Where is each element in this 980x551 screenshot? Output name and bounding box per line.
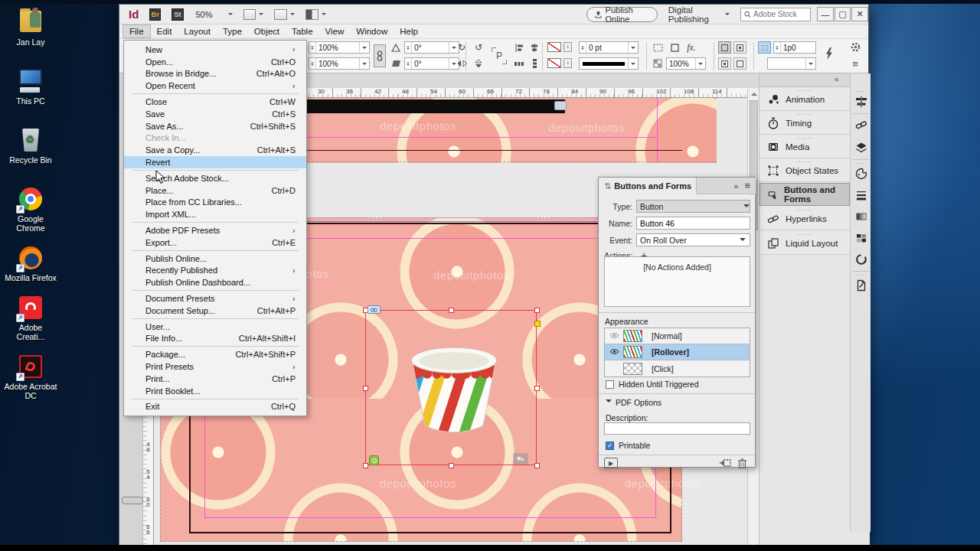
menu-type[interactable]: Type (217, 25, 248, 37)
menu-item-open-recent[interactable]: Open Recent› (124, 80, 306, 92)
collapse-group-icon[interactable]: » (734, 181, 739, 191)
maximize-button[interactable]: ▢ (835, 7, 851, 21)
selection-handle[interactable] (449, 308, 454, 313)
state-rollover-row[interactable]: [Rollover] (605, 344, 750, 360)
corner-options-handle[interactable] (534, 321, 541, 327)
menu-item-save-a-copy[interactable]: Save a Copy...Ctrl+Alt+S (124, 144, 306, 156)
fitting-gap-field[interactable]: 1p0 (773, 41, 816, 54)
frame-fitting-icon[interactable]: ⬚ (758, 41, 771, 54)
menu-item-file-info[interactable]: File Info...Ctrl+Alt+Shift+I (124, 333, 306, 345)
corner-options-icon[interactable] (651, 41, 665, 54)
fill-expand-button[interactable]: › (564, 42, 572, 52)
hidden-until-triggered-row[interactable]: Hidden Until Triggered (606, 380, 698, 389)
menu-item-document-setup[interactable]: Document Setup...Ctrl+Alt+P (124, 305, 306, 317)
desktop-icon-google-chrome[interactable]: Google Chrome (4, 186, 57, 233)
desktop-icon-adobe-acrobat[interactable]: Adobe Acrobat DC (4, 354, 57, 400)
pdf-options-toggle[interactable]: PDF Options (606, 398, 662, 407)
dock-panel-media[interactable]: Media (760, 135, 850, 158)
minimize-button[interactable]: — (817, 7, 834, 21)
menu-item-revert[interactable]: Revert (124, 156, 306, 168)
selection-handle[interactable] (363, 463, 368, 468)
selection-handle[interactable] (534, 308, 540, 313)
convert-to-object-button[interactable] (718, 458, 732, 468)
striped-cup-image[interactable] (394, 329, 514, 441)
menu-edit[interactable]: Edit (151, 25, 178, 37)
menu-item-user[interactable]: User... (124, 321, 306, 333)
link-badge-icon[interactable] (554, 101, 567, 110)
stroke-swatch-none[interactable] (547, 58, 561, 68)
actions-list[interactable]: [No Actions Added] (604, 256, 750, 307)
distribute-icon[interactable] (512, 57, 526, 70)
stroke-weight-field[interactable]: 0 pt (579, 41, 639, 54)
align-panel-icon[interactable] (854, 95, 867, 108)
rotation-field[interactable]: 0° (404, 41, 459, 54)
menu-table[interactable]: Table (286, 25, 319, 37)
scroll-up-icon[interactable] (749, 89, 759, 99)
dock-panel-liquid-layout[interactable]: Liquid Layout (760, 232, 850, 255)
cc-libraries-panel-icon[interactable] (854, 253, 867, 266)
color-panel-icon[interactable] (854, 167, 867, 180)
menu-item-exit[interactable]: ExitCtrl+Q (124, 401, 306, 413)
constrain-proportions-icon[interactable] (374, 44, 386, 67)
menu-window[interactable]: Window (350, 25, 394, 37)
type-dropdown[interactable]: Button (636, 200, 750, 213)
view-options-icon[interactable] (274, 9, 287, 20)
bridge-badge[interactable]: Br (149, 8, 161, 21)
menu-view[interactable]: View (319, 25, 351, 37)
menu-item-browse-in-bridge[interactable]: Browse in Bridge...Ctrl+Alt+O (124, 68, 306, 80)
close-button[interactable]: ✕ (851, 7, 868, 21)
dock-panel-timing[interactable]: Timing (760, 112, 850, 135)
desktop-icon-this-pc[interactable]: This PC (4, 68, 57, 106)
desktop-icon-mozilla-firefox[interactable]: Mozilla Firefox (4, 245, 57, 282)
fill-swatch-none[interactable] (547, 42, 561, 52)
menu-item-place-from-cc-libraries[interactable]: Place from CC Libraries... (124, 197, 306, 209)
rotate-ccw-icon[interactable]: ↺ (472, 41, 485, 54)
eye-icon[interactable] (605, 347, 623, 357)
eye-icon[interactable] (605, 331, 623, 341)
screen-mode-icon[interactable] (243, 9, 256, 20)
menu-layout[interactable]: Layout (178, 25, 217, 37)
dock-panel-animation[interactable]: Animation (760, 88, 850, 111)
swatches-panel-icon[interactable] (854, 231, 867, 244)
menu-item-print-presets[interactable]: Print Presets› (124, 360, 306, 373)
menu-item-adobe-pdf-presets[interactable]: Adobe PDF Presets› (124, 224, 306, 236)
gear-icon[interactable] (848, 41, 862, 53)
menu-item-recently-published[interactable]: Recently Published› (124, 265, 306, 277)
zoom-level-dropdown[interactable]: 50% (196, 10, 233, 19)
layers-panel-icon[interactable] (854, 141, 867, 154)
menu-help[interactable]: Help (394, 25, 424, 37)
tools-panel-grip[interactable] (122, 497, 143, 504)
dock-panel-hyperlinks[interactable]: Hyperlinks (760, 207, 850, 230)
wrap-none-button[interactable] (718, 41, 731, 54)
align-left-icon[interactable] (512, 41, 526, 54)
align-center-icon[interactable] (528, 41, 541, 54)
stroke-panel-icon[interactable] (854, 188, 867, 201)
dock-panel-buttons-and-forms[interactable]: Buttons and Forms (760, 183, 850, 206)
quick-apply-lightning-icon[interactable] (822, 47, 836, 60)
opacity-field[interactable]: 100% (666, 57, 706, 70)
dock-panel-object-states[interactable]: Object States (760, 159, 850, 182)
preview-spread-button[interactable]: ▶ (604, 458, 618, 468)
adobe-stock-search[interactable] (740, 8, 811, 21)
menu-item-search-adobe-stock[interactable]: Search Adobe Stock... (124, 172, 306, 184)
menu-item-open[interactable]: Open...Ctrl+O (124, 56, 306, 68)
distribute-vertical-icon[interactable] (528, 57, 541, 70)
links-panel-icon[interactable] (854, 118, 867, 131)
wrap-jump-button[interactable] (733, 57, 746, 70)
preflight-panel-icon[interactable] (854, 279, 867, 292)
flip-horizontal-icon[interactable] (455, 57, 469, 70)
publish-online-button[interactable]: Publish Online (586, 7, 658, 22)
flip-vertical-icon[interactable] (472, 57, 485, 70)
printable-row[interactable]: ✓ Printable (606, 441, 650, 450)
selection-handle[interactable] (534, 386, 540, 391)
search-input[interactable] (753, 10, 807, 18)
menu-item-publish-online[interactable]: Publish Online... (124, 253, 306, 265)
menu-item-save-as[interactable]: Save As...Ctrl+Shift+S (124, 120, 306, 132)
menu-item-document-presets[interactable]: Document Presets› (124, 292, 306, 305)
desktop-icon-recycle-bin[interactable]: Recycle Bin (4, 127, 57, 165)
gradient-panel-icon[interactable] (854, 210, 867, 223)
checkbox-checked-icon[interactable]: ✓ (606, 442, 614, 450)
menu-item-print-booklet[interactable]: Print Booklet... (124, 385, 306, 397)
stroke-style-dropdown[interactable] (579, 57, 639, 70)
stroke-expand-button[interactable]: › (564, 58, 572, 68)
